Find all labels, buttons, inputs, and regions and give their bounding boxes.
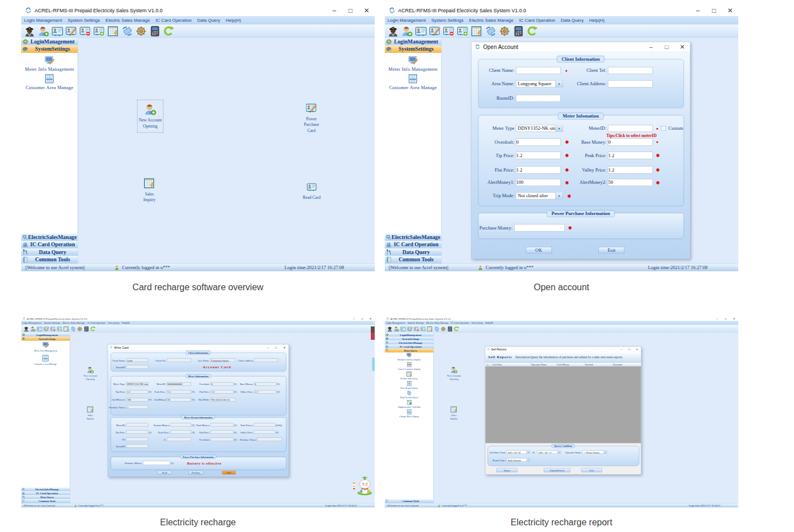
meter-type-select[interactable]: DDSY1352-NK sing ▼ (516, 125, 563, 132)
column-header[interactable]: Operator Name (531, 363, 557, 367)
ship-wheel-icon[interactable] (135, 26, 147, 37)
overdraft-input[interactable]: 0 (211, 382, 234, 386)
maximize-button[interactable]: □ (342, 7, 359, 14)
sidebar-section[interactable]: Common Tools (21, 256, 78, 264)
column-header[interactable]: Sell Money (557, 363, 585, 367)
alert-money1-input[interactable]: 100 (127, 398, 148, 402)
flat-price-input[interactable]: 1.2 (516, 167, 561, 174)
maximize-button[interactable]: □ (626, 348, 633, 351)
desktop-icon-read-card[interactable]: Read Card (294, 182, 330, 201)
sidebar-item[interactable]: B-Sales Info Query (400, 372, 418, 380)
desktop-icon-sales-inquiry[interactable]: Sales Inquiry (448, 406, 459, 420)
dropdown-arrow-icon[interactable]: ▼ (527, 451, 530, 454)
read-button[interactable]: Read (158, 471, 172, 475)
add-user-icon[interactable] (30, 326, 36, 331)
return-tip-price-input[interactable] (127, 431, 148, 435)
return-peak-price-input[interactable] (171, 431, 192, 435)
sidebar-section[interactable]: IC Card Operation (21, 491, 70, 495)
column-header[interactable]: Refund (585, 363, 613, 367)
card-edit-icon[interactable] (66, 26, 77, 37)
menu-item[interactable]: Data Query (558, 18, 587, 23)
sidebar-section[interactable]: LoginManagement (385, 38, 442, 46)
menu-item[interactable]: Help(H) (223, 18, 244, 23)
card-swap-icon[interactable] (485, 26, 496, 37)
minimize-button[interactable]: – (690, 7, 706, 14)
desktop-mascot[interactable] (352, 476, 373, 496)
menu-item[interactable]: Login Management (21, 18, 65, 23)
export-excel-button[interactable]: Export(Excel) (544, 468, 570, 472)
table-bolt-icon[interactable] (64, 326, 69, 331)
maximize-button[interactable]: □ (722, 317, 730, 320)
total-money-input[interactable] (211, 423, 234, 427)
desktop-icon-sales-inquiry[interactable]: Sales Inquiry (85, 406, 96, 420)
add-user-icon[interactable] (401, 26, 413, 37)
client-tel-input[interactable] (608, 67, 653, 74)
exit-button[interactable]: Exit (222, 471, 236, 475)
ship-wheel-icon[interactable] (440, 326, 446, 331)
table-bolt-icon[interactable] (471, 26, 482, 37)
menu-item[interactable]: IC Card Operation (449, 322, 470, 325)
query-button[interactable]: Query (497, 468, 517, 472)
tip-price-input[interactable]: 1.2 (127, 390, 148, 394)
sidebar-item[interactable]: Back To Info Query (400, 391, 418, 399)
id-card-icon[interactable] (415, 26, 427, 37)
return-purchase-times-input[interactable] (258, 438, 282, 442)
maximize-button[interactable]: □ (706, 7, 722, 14)
menu-item[interactable]: IC Card Operation (86, 322, 106, 325)
card-swap-icon[interactable] (70, 326, 76, 331)
maximize-button[interactable]: □ (272, 346, 280, 349)
dropdown-arrow-icon[interactable]: ▼ (555, 81, 563, 87)
menu-item[interactable]: IC Card Operation (516, 18, 558, 23)
sidebar-section[interactable]: SystemSettings (21, 337, 70, 341)
menu-item[interactable]: Help(H) (120, 322, 130, 325)
return-room-id-input[interactable] (127, 445, 148, 448)
peak-price-input[interactable]: 1.2 (608, 152, 653, 159)
sidebar-item[interactable]: Customer Area Manage (35, 355, 57, 365)
add-user-icon[interactable] (394, 326, 399, 331)
dropdown-arrow-icon[interactable]: ▼ (604, 451, 607, 454)
card-edit-icon[interactable] (407, 326, 413, 331)
card-swap-icon[interactable] (434, 326, 439, 331)
card-edit-icon[interactable] (429, 26, 440, 37)
minimize-button[interactable]: – (350, 317, 358, 320)
meter-type-input[interactable]: DDSY1352-NK single (127, 382, 148, 386)
base-money-input[interactable]: 0 (254, 382, 277, 386)
maximize-button[interactable]: □ (659, 43, 675, 51)
sidebar-section[interactable]: IC Card Operation (21, 241, 78, 249)
minimize-button[interactable]: – (326, 7, 342, 14)
area-name-select[interactable]: Longyang Square ▼ (516, 80, 563, 87)
menu-item[interactable]: Help(H) (484, 322, 494, 325)
sidebar-section[interactable]: ElectricSalesManage (21, 233, 78, 241)
menu-item[interactable]: Help(H) (587, 18, 608, 23)
trip-mode-input[interactable]: Not closed after la (211, 398, 236, 402)
purchase-button[interactable]: Purchase (189, 471, 204, 475)
operator-select[interactable]: ---Please Choose ▼ (583, 451, 607, 455)
meter-id-input[interactable] (608, 125, 653, 132)
client-name-input[interactable] (516, 67, 561, 74)
meter-id-input[interactable]: 000000000002 (167, 382, 191, 386)
redo-arrow-icon[interactable] (454, 326, 459, 331)
sidebar-section[interactable]: SystemSettings (21, 46, 78, 53)
sidebar-item[interactable]: Normal Customer Inquiry (398, 353, 421, 361)
sidebar-section[interactable]: Common Tools (385, 499, 434, 503)
menu-item[interactable]: Login Management (21, 322, 43, 325)
sidebar-section[interactable]: Common Tools (385, 256, 442, 264)
menu-item[interactable]: Login Management (385, 18, 428, 23)
minimize-button[interactable]: – (264, 346, 272, 349)
card-add-icon[interactable] (57, 326, 62, 331)
close-button[interactable]: ✕ (730, 317, 738, 320)
return-meter-id-input[interactable] (127, 423, 148, 427)
sidebar-item[interactable]: Meter Info Management (34, 341, 57, 352)
sidebar-section[interactable]: Common Tools (21, 499, 70, 503)
ok-button[interactable]: OK (526, 247, 552, 253)
sidebar-section[interactable]: ElectricSalesManage (385, 233, 442, 241)
alert-money1-input[interactable]: 100 (516, 179, 561, 186)
client-address-input[interactable] (254, 359, 278, 363)
tip-price-input[interactable]: 1.2 (516, 152, 561, 159)
ct-input[interactable] (167, 438, 191, 442)
minimize-button[interactable]: – (713, 317, 722, 320)
redo-arrow-icon[interactable] (527, 26, 538, 37)
sidebar-item[interactable]: Supplementary Card Info (398, 400, 420, 408)
card-swap-icon[interactable] (122, 26, 133, 37)
redo-arrow-icon[interactable] (163, 26, 175, 37)
